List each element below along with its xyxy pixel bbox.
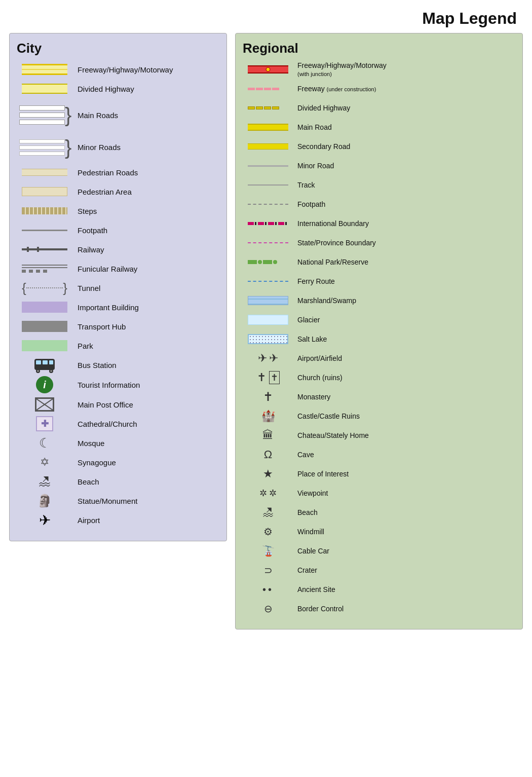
reg-intl-boundary-label: International Boundary	[293, 219, 515, 228]
airport-label: Airport	[72, 516, 219, 525]
cable-car-icon: 🚡	[262, 545, 275, 557]
reg-salt-lake-symbol	[243, 334, 293, 344]
bus-station-label: Bus Station	[72, 361, 219, 369]
list-item: Main Road	[243, 119, 515, 135]
list-item: National Park/Reserve	[243, 254, 515, 270]
chateau-icon: 🏛	[262, 429, 274, 442]
footpath-icon	[22, 230, 67, 231]
reg-cable-car-label: Cable Car	[293, 547, 515, 555]
brace-icon: }	[65, 105, 71, 125]
reg-state-boundary-symbol	[243, 242, 293, 243]
main-road-icon	[19, 105, 65, 110]
list-item: Steps	[17, 203, 219, 219]
bus-icon	[33, 357, 56, 373]
reg-divided-label: Divided Highway	[293, 104, 515, 112]
ferry-route-icon	[248, 281, 288, 282]
list-item: 🗿 Statue/Monument	[17, 493, 219, 509]
reg-windmill-label: Windmill	[293, 528, 515, 536]
church-icon: ✝ ✝	[257, 371, 280, 384]
cathedral-icon: ✚	[36, 416, 53, 431]
brace-icon: }	[65, 137, 71, 158]
list-item: ✝ Monastery	[243, 389, 515, 405]
list-item: Salt Lake	[243, 331, 515, 347]
transport-hub-icon	[22, 321, 67, 332]
list-item: Marshland/Swamp	[243, 292, 515, 309]
reg-freeway-construction-label: Freeway (under construction)	[293, 85, 515, 93]
ancient-site-icon: ••	[262, 584, 274, 596]
reg-track-label: Track	[293, 181, 515, 189]
svg-rect-3	[49, 360, 53, 364]
list-item: Track	[243, 177, 515, 193]
svg-rect-2	[43, 360, 48, 364]
list-item: ✚ Cathedral/Church	[17, 416, 219, 432]
star-of-david-icon: ✡	[40, 456, 49, 469]
tourist-info-label: Tourist Information	[72, 381, 219, 389]
svg-point-7	[50, 370, 52, 372]
pedestrian-area-symbol	[17, 187, 72, 196]
cross-icon: ✚	[41, 418, 49, 429]
list-item: Glacier	[243, 312, 515, 328]
reg-secondary-label: Secondary Road	[293, 142, 515, 151]
tourist-info-icon: i	[36, 376, 53, 393]
reg-freeway-construction-icon	[248, 88, 288, 90]
reg-state-boundary-label: State/Province Boundary	[293, 239, 515, 247]
reg-divided-symbol	[243, 106, 293, 109]
park-symbol	[17, 340, 72, 351]
reg-ferry-label: Ferry Route	[293, 277, 515, 285]
reg-monastery-symbol: ✝	[243, 390, 293, 404]
minor-road-icon	[19, 139, 65, 143]
list-item: 🚡 Cable Car	[243, 543, 515, 559]
pedestrian-roads-label: Pedestrian Roads	[72, 168, 219, 177]
reg-windmill-symbol: ⚙	[243, 526, 293, 538]
synagogue-symbol: ✡	[17, 456, 72, 469]
reg-main-road-label: Main Road	[293, 123, 515, 131]
city-heading: City	[17, 41, 219, 56]
cathedral-label: Cathedral/Church	[72, 420, 219, 428]
pedestrian-area-icon	[22, 187, 67, 196]
viewpoint-icon: ✲✲	[259, 488, 277, 499]
reg-salt-lake-label: Salt Lake	[293, 335, 515, 343]
reg-track-symbol	[243, 184, 293, 186]
list-item: Minor Road	[243, 158, 515, 174]
reg-viewpoint-label: Viewpoint	[293, 489, 515, 497]
tunnel-left-brace-icon: }	[22, 280, 26, 296]
main-road-icon	[19, 120, 65, 125]
minor-roads-label: Minor Roads	[72, 143, 219, 152]
important-building-symbol	[17, 302, 72, 313]
cave-icon: Ω	[264, 448, 272, 461]
list-item: Bus Station	[17, 357, 219, 373]
castle-icon: 🏰	[261, 410, 275, 423]
list-item: Park	[17, 338, 219, 354]
steps-label: Steps	[72, 207, 219, 215]
cathedral-symbol: ✚	[17, 416, 72, 431]
list-item: Freeway (under construction)	[243, 81, 515, 97]
reg-secondary-symbol	[243, 143, 293, 150]
beach-label: Beach	[72, 477, 219, 486]
reg-cave-label: Cave	[293, 451, 515, 459]
reg-cable-car-symbol: 🚡	[243, 545, 293, 557]
reg-footpath-label: Footpath	[293, 200, 515, 208]
list-item: Divided Highway	[243, 100, 515, 116]
list-item: 🏛 Chateau/Stately Home	[243, 427, 515, 443]
reg-freeway-construction-symbol	[243, 88, 293, 90]
reg-cave-symbol: Ω	[243, 448, 293, 461]
freeway-label: Freeway/Highway/Motorway	[72, 65, 219, 74]
reg-glacier-label: Glacier	[293, 316, 515, 324]
reg-secondary-icon	[248, 143, 288, 150]
list-item: Funicular Railway	[17, 261, 219, 277]
reg-beach-symbol: 🏖	[243, 506, 293, 519]
reg-ferry-symbol	[243, 281, 293, 282]
reg-castle-label: Castle/Castle Ruins	[293, 412, 515, 420]
reg-minor-label: Minor Road	[293, 162, 515, 170]
post-office-icon	[35, 397, 54, 412]
beach-icon: 🏖	[262, 506, 274, 519]
minor-road-icon	[19, 145, 65, 150]
list-item: } Main Roads	[17, 100, 219, 130]
reg-crater-label: Crater	[293, 566, 515, 574]
important-building-label: Important Building	[72, 303, 219, 312]
reg-nat-park-label: National Park/Reserve	[293, 258, 515, 266]
reg-track-icon	[248, 184, 288, 186]
marshland-icon	[248, 296, 288, 305]
list-item: ✈ Airport	[17, 512, 219, 529]
reg-border-control-symbol: ⊖	[243, 603, 293, 615]
